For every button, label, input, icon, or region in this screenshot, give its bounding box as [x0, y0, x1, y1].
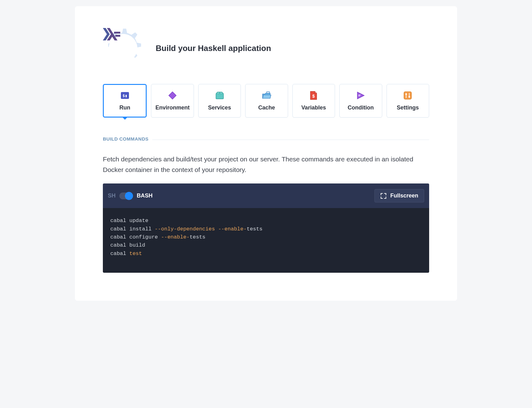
- code-line: cabal test: [110, 250, 422, 258]
- shell-option-sh[interactable]: SH: [108, 192, 116, 199]
- tab-label: Environment: [155, 104, 190, 111]
- fullscreen-label: Fullscreen: [390, 192, 418, 199]
- tab-label: Settings: [397, 104, 419, 111]
- svg-point-12: [406, 93, 407, 95]
- tab-run[interactable]: $▮ Run: [103, 84, 147, 118]
- svg-text:IF: IF: [358, 94, 361, 97]
- haskell-icon: [103, 28, 120, 40]
- editor-toolbar: SH BASH Fullscreen: [103, 183, 429, 208]
- svg-rect-5: [216, 94, 223, 99]
- config-card: Build your Haskell application $▮ Run En…: [75, 6, 457, 301]
- editor-body[interactable]: cabal update cabal install --only-depend…: [103, 208, 429, 273]
- code-line: cabal install --only-dependencies --enab…: [110, 225, 422, 233]
- svg-rect-10: [404, 92, 411, 99]
- section-title: BUILD COMMANDS: [103, 136, 149, 141]
- tab-label: Services: [208, 104, 231, 111]
- shell-option-bash[interactable]: BASH: [137, 192, 153, 199]
- svg-text:$: $: [312, 94, 315, 99]
- svg-rect-2: [115, 35, 120, 37]
- tabs: $▮ Run Environment Services Cache $: [103, 84, 429, 118]
- shell-toggle[interactable]: [119, 192, 133, 199]
- code-line: cabal build: [110, 241, 422, 249]
- toggle-knob: [125, 192, 133, 200]
- folder-icon: [262, 91, 271, 100]
- tab-environment[interactable]: Environment: [151, 84, 194, 118]
- tab-condition[interactable]: IF Condition: [339, 84, 382, 118]
- terminal-icon: $▮: [120, 91, 130, 100]
- tab-services[interactable]: Services: [198, 84, 241, 118]
- divider: [152, 140, 429, 140]
- dollar-file-icon: $: [309, 91, 318, 100]
- diamond-icon: [168, 91, 177, 100]
- section-header: BUILD COMMANDS: [103, 136, 429, 143]
- code-line: cabal configure --enable-tests: [110, 233, 422, 241]
- page-title: Build your Haskell application: [156, 44, 271, 53]
- tab-label: Run: [119, 104, 130, 111]
- tab-settings[interactable]: Settings: [387, 84, 429, 118]
- code-editor: SH BASH Fullscreen cabal update cabal in…: [103, 183, 429, 273]
- language-badge: [103, 28, 143, 68]
- fullscreen-icon: [380, 193, 387, 199]
- header: Build your Haskell application: [103, 28, 429, 68]
- tab-label: Condition: [348, 104, 374, 111]
- section-description: Fetch dependencies and build/test your p…: [103, 154, 429, 175]
- svg-rect-1: [114, 32, 120, 34]
- shell-toggle-group: SH BASH: [108, 192, 153, 199]
- tab-cache[interactable]: Cache: [245, 84, 288, 118]
- tab-label: Cache: [258, 104, 275, 111]
- svg-point-14: [409, 96, 410, 97]
- tab-variables[interactable]: $ Variables: [292, 84, 335, 118]
- play-if-icon: IF: [356, 91, 365, 100]
- tab-label: Variables: [301, 104, 326, 111]
- fullscreen-button[interactable]: Fullscreen: [374, 189, 424, 202]
- package-icon: [215, 91, 224, 100]
- sliders-icon: [403, 91, 412, 100]
- svg-text:$▮: $▮: [122, 93, 127, 98]
- code-line: cabal update: [110, 217, 422, 225]
